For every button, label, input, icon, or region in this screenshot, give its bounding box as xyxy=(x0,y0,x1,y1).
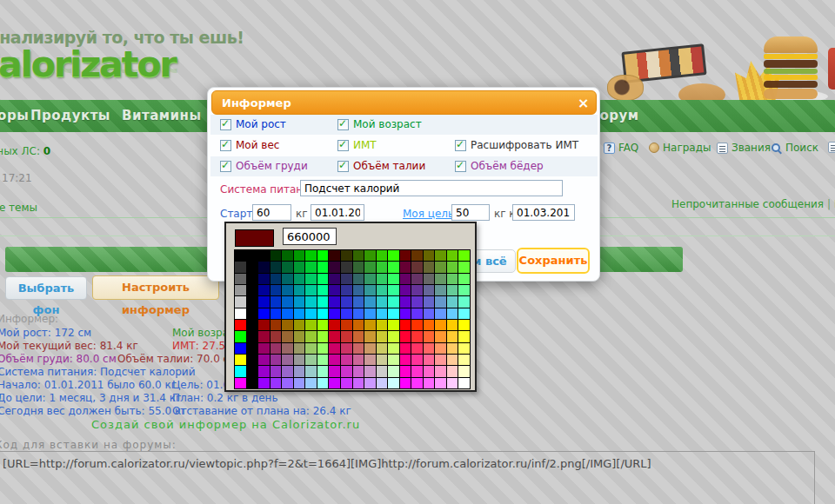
palette-cell[interactable] xyxy=(411,308,423,319)
palette-cell[interactable] xyxy=(305,262,317,272)
palette-cell[interactable] xyxy=(447,355,458,365)
palette-cell[interactable] xyxy=(317,378,329,388)
palette-cell[interactable] xyxy=(329,250,340,261)
palette-cell[interactable] xyxy=(282,366,293,376)
palette-cell[interactable] xyxy=(305,331,317,342)
palette-cell[interactable] xyxy=(271,331,282,342)
palette-cell[interactable] xyxy=(258,285,270,295)
palette-cell[interactable] xyxy=(435,355,446,365)
palette-cell[interactable] xyxy=(329,366,340,376)
palette-cell[interactable] xyxy=(329,274,340,284)
palette-cell[interactable] xyxy=(353,262,364,272)
palette-cell[interactable] xyxy=(388,366,399,376)
palette-cell[interactable] xyxy=(435,308,446,319)
palette-cell[interactable] xyxy=(294,320,305,330)
palette-cell[interactable] xyxy=(388,320,399,330)
palette-cell[interactable] xyxy=(282,262,293,272)
palette-cell[interactable] xyxy=(247,250,258,261)
palette-cell[interactable] xyxy=(341,331,352,342)
palette-cell[interactable] xyxy=(435,250,446,261)
palette-cell[interactable] xyxy=(411,366,423,376)
palette-cell[interactable] xyxy=(271,343,282,354)
palette-cell[interactable] xyxy=(353,308,364,319)
palette-cell[interactable] xyxy=(317,274,329,284)
palette-cell[interactable] xyxy=(341,296,352,307)
palette-cell[interactable] xyxy=(282,355,293,365)
palette-cell[interactable] xyxy=(353,366,364,376)
palette-cell[interactable] xyxy=(400,285,411,295)
toolbar-link[interactable]: Награды xyxy=(649,142,711,154)
checkbox[interactable]: ✓ xyxy=(455,161,466,172)
palette-cell[interactable] xyxy=(294,250,305,261)
palette-cell[interactable] xyxy=(411,320,423,330)
palette-cell[interactable] xyxy=(435,274,446,284)
palette-cell[interactable] xyxy=(305,343,317,354)
palette-cell[interactable] xyxy=(271,320,282,330)
palette-cell[interactable] xyxy=(424,274,435,284)
palette-cell[interactable] xyxy=(247,366,258,376)
palette-cell[interactable] xyxy=(282,285,293,295)
palette-cell[interactable] xyxy=(247,355,258,365)
start-date-input[interactable] xyxy=(311,204,364,221)
checkbox-option[interactable]: ✓Мой возраст xyxy=(337,118,422,130)
palette-cell[interactable] xyxy=(341,308,352,319)
palette-cell[interactable] xyxy=(247,274,258,284)
palette-cell[interactable] xyxy=(388,285,399,295)
palette-cell[interactable] xyxy=(305,355,317,365)
palette-cell[interactable] xyxy=(247,285,258,295)
checkbox[interactable]: ✓ xyxy=(337,161,349,172)
palette-cell[interactable] xyxy=(447,320,458,330)
palette-cell[interactable] xyxy=(282,343,293,354)
palette-cell[interactable] xyxy=(388,274,399,284)
palette-cell[interactable] xyxy=(458,296,470,307)
palette-cell[interactable] xyxy=(377,378,388,388)
palette-cell[interactable] xyxy=(341,320,352,330)
palette-cell[interactable] xyxy=(435,331,446,342)
palette-cell[interactable] xyxy=(294,343,305,354)
palette-cell[interactable] xyxy=(329,343,340,354)
palette-cell[interactable] xyxy=(258,320,270,330)
palette-cell[interactable] xyxy=(364,378,376,388)
palette-cell[interactable] xyxy=(435,320,446,330)
palette-cell[interactable] xyxy=(388,296,399,307)
palette-cell[interactable] xyxy=(424,366,435,376)
palette-cell[interactable] xyxy=(247,296,258,307)
palette-cell[interactable] xyxy=(447,378,458,388)
palette-cell[interactable] xyxy=(294,285,305,295)
palette-cell[interactable] xyxy=(458,320,470,330)
palette-cell[interactable] xyxy=(305,308,317,319)
palette-cell[interactable] xyxy=(353,296,364,307)
palette-cell[interactable] xyxy=(317,250,329,261)
palette-cell[interactable] xyxy=(235,331,246,342)
palette-cell[interactable] xyxy=(447,308,458,319)
palette-cell[interactable] xyxy=(317,331,329,342)
palette-cell[interactable] xyxy=(235,320,246,330)
checkbox-option[interactable]: ✓Мой рост xyxy=(220,118,286,130)
palette-cell[interactable] xyxy=(364,296,376,307)
palette-cell[interactable] xyxy=(400,250,411,261)
palette-cell[interactable] xyxy=(247,262,258,272)
checkbox-option[interactable]: ✓ИМТ xyxy=(337,139,377,151)
palette-cell[interactable] xyxy=(317,320,329,330)
palette-cell[interactable] xyxy=(364,250,376,261)
diet-system-input[interactable] xyxy=(300,180,563,196)
palette-cell[interactable] xyxy=(435,296,446,307)
checkbox-option[interactable]: ✓Объём талии xyxy=(337,160,425,172)
palette-cell[interactable] xyxy=(235,308,246,319)
palette-cell[interactable] xyxy=(458,366,470,376)
palette-cell[interactable] xyxy=(377,285,388,295)
nav-item[interactable]: Продукты xyxy=(30,108,110,123)
checkbox-option[interactable]: ✓Объём груди xyxy=(220,160,308,172)
palette-cell[interactable] xyxy=(447,343,458,354)
toolbar-link[interactable]: Поиск xyxy=(771,142,818,154)
palette-cell[interactable] xyxy=(282,274,293,284)
palette-cell[interactable] xyxy=(353,320,364,330)
palette-cell[interactable] xyxy=(271,296,282,307)
palette-cell[interactable] xyxy=(435,378,446,388)
palette-cell[interactable] xyxy=(235,378,246,388)
palette-cell[interactable] xyxy=(235,355,246,365)
checkbox[interactable]: ✓ xyxy=(337,119,349,130)
nav-item[interactable]: Витамины xyxy=(122,108,201,123)
palette-cell[interactable] xyxy=(411,262,423,272)
palette-cell[interactable] xyxy=(271,250,282,261)
